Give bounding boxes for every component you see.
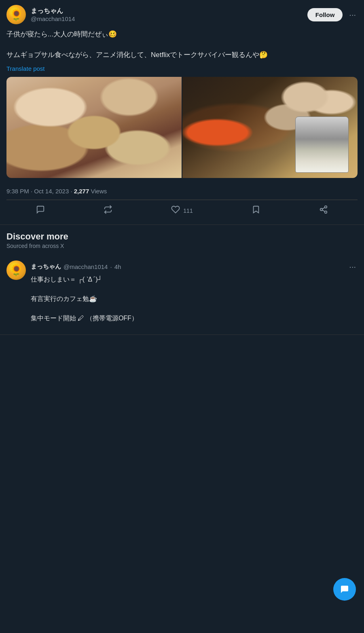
avatar[interactable]: 🌻 [6, 5, 26, 24]
svg-point-1 [320, 208, 323, 211]
svg-line-3 [322, 210, 325, 212]
tweet-header: 🌻 まっちゃん @macchan1014 Follow ··· [6, 5, 358, 24]
like-button[interactable]: 111 [168, 202, 196, 220]
discover-display-name: まっちゃん [31, 263, 61, 271]
translate-link[interactable]: Translate post [6, 65, 358, 72]
like-icon [171, 205, 180, 216]
tweet-text: 子供が寝たら...大人の時間だぜぃ🥴 サムギョプサル食べながら、アニメ消化して、… [6, 29, 358, 60]
discover-tweet-header: まっちゃん @macchan1014 · 4h ··· [31, 260, 358, 273]
avatar-image: 🌻 [6, 5, 26, 24]
retweet-button[interactable] [100, 202, 116, 220]
discover-tweet-meta: まっちゃん @macchan1014 · 4h [31, 263, 121, 271]
tweet-image-left[interactable] [6, 77, 182, 178]
tweet-header-right: Follow ··· [307, 8, 358, 21]
discover-text-line1: 仕事おしまい＝ ┌( ˋΔˊ)┘ [31, 275, 358, 284]
share-icon [319, 205, 328, 216]
tweet-meta: 9:38 PM · Oct 14, 2023 · 2,277 Views [6, 183, 358, 199]
bookmark-button[interactable] [248, 202, 264, 220]
user-info: まっちゃん @macchan1014 [31, 7, 75, 22]
follow-button[interactable]: Follow [307, 8, 343, 21]
more-options-button[interactable]: ··· [347, 8, 358, 21]
tweet-timestamp: 9:38 PM · Oct 14, 2023 · [6, 188, 74, 195]
svg-point-0 [325, 205, 327, 207]
reply-icon [36, 205, 45, 216]
svg-point-2 [325, 211, 327, 213]
retweet-icon [104, 205, 112, 216]
tweet-text-line2: サムギョプサル食べながら、アニメ消化して、Netflixでトークサバイバー観るん… [6, 50, 358, 60]
discover-more-button[interactable]: ··· [347, 260, 358, 273]
discover-tweet-content: まっちゃん @macchan1014 · 4h ··· 仕事おしまい＝ ┌( ˋ… [31, 260, 358, 323]
tweet-container: 🌻 まっちゃん @macchan1014 Follow ··· 子供が寝たら..… [0, 0, 364, 225]
like-count: 111 [183, 207, 193, 214]
discover-text-line3: 集中モード開始 🖊 （携帯電源OFF） [31, 313, 358, 323]
discover-subtitle: Sourced from across X [6, 243, 358, 249]
tweet-image-right[interactable] [182, 77, 358, 178]
compose-icon [340, 584, 349, 594]
discover-avatar-image: 🌻 [6, 260, 26, 280]
discover-time: 4h [114, 263, 121, 270]
username: @macchan1014 [31, 15, 75, 22]
reply-button[interactable] [33, 202, 48, 220]
discover-tweet: 🌻 まっちゃん @macchan1014 · 4h ··· 仕事おしまい＝ ┌(… [6, 256, 358, 328]
compose-button[interactable] [333, 578, 356, 601]
bookmark-icon [252, 205, 260, 216]
tweet-views-label: Views [89, 188, 107, 195]
discover-tweet-text: 仕事おしまい＝ ┌( ˋΔˊ)┘ 有言実行のカフェ勉☕ 集中モード開始 🖊 （携… [31, 275, 358, 323]
tweet-header-left: 🌻 まっちゃん @macchan1014 [6, 5, 75, 24]
discover-title: Discover more [6, 231, 358, 242]
discover-section: Discover more Sourced from across X 🌻 まっ… [0, 225, 364, 335]
tweet-actions: 111 [6, 200, 358, 224]
discover-avatar[interactable]: 🌻 [6, 260, 26, 280]
tweet-text-line1: 子供が寝たら...大人の時間だぜぃ🥴 [6, 29, 358, 40]
svg-line-4 [322, 207, 325, 209]
tweet-views-count: 2,277 [74, 188, 89, 195]
share-button[interactable] [316, 202, 331, 220]
discover-separator: · [110, 263, 112, 270]
display-name: まっちゃん [31, 7, 75, 15]
tweet-images [6, 77, 358, 178]
discover-text-line2: 有言実行のカフェ勉☕ [31, 294, 358, 304]
discover-username: @macchan1014 [63, 263, 108, 270]
